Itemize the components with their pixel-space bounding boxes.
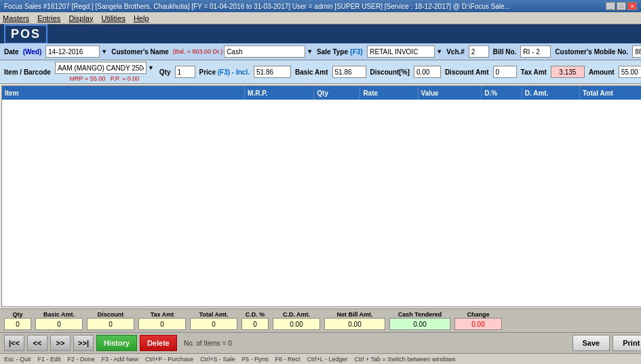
total-qty-field: Qty <box>4 311 31 330</box>
total-qty-input[interactable] <box>4 318 31 330</box>
status-tab: Ctrl + Tab = Switch between windows <box>354 356 455 363</box>
item-barcode-label: Item / Barcode <box>4 68 51 76</box>
customer-name-input[interactable] <box>224 45 305 58</box>
change-label: Change <box>467 311 489 318</box>
tax-amt-label: Tax Amt <box>521 68 547 76</box>
total-discount-label: Discount <box>98 311 124 318</box>
qty-input[interactable] <box>175 66 195 78</box>
mobile-input[interactable] <box>632 45 641 58</box>
menu-masters[interactable]: Masters <box>3 14 29 22</box>
sale-type-dropdown[interactable]: ▼ <box>436 48 442 55</box>
balance-label: (Bal. = 803.00 Dr.) <box>173 48 222 55</box>
menu-help[interactable]: Help <box>134 14 149 22</box>
mobile-label: Customer's Mobile No. <box>555 48 628 56</box>
net-bill-label: Net Bill Amt. <box>336 311 372 318</box>
discount-amt-input[interactable] <box>493 66 517 78</box>
status-quit: Esc - Quit <box>4 356 31 363</box>
customer-dropdown[interactable]: ▼ <box>307 48 313 55</box>
cash-tendered-input[interactable] <box>389 318 450 330</box>
total-tax-field: Tax Amt <box>138 311 186 330</box>
menu-utilities[interactable]: Utilities <box>101 14 125 22</box>
pos-header-strip: POS <box>0 24 641 43</box>
action-row: |<< << >> >>| History Delete No. of Item… <box>0 332 641 353</box>
change-input[interactable] <box>454 318 502 330</box>
title-bar: Focus Sales #161207 [Regd.] [Sangela Bro… <box>0 0 641 12</box>
sale-type-input[interactable] <box>367 45 435 58</box>
net-bill-input[interactable] <box>324 318 385 330</box>
vch-input[interactable] <box>469 45 489 58</box>
tax-amt-input[interactable] <box>551 66 585 78</box>
item-dropdown[interactable]: ▼ <box>148 64 154 71</box>
total-discount-field: Discount <box>87 311 134 330</box>
cd-amt-label: C.D. Amt. <box>283 311 310 318</box>
price-label: Price (F3) - Incl. <box>199 68 250 76</box>
total-amt-label: Total Amt. <box>199 311 229 318</box>
date-input[interactable] <box>45 45 100 58</box>
col-damt: D. Amt. <box>522 86 579 100</box>
col-dpct: D.% <box>482 86 522 100</box>
change-field: Change <box>454 311 502 330</box>
cd-pct-label: C.D. % <box>246 311 265 318</box>
discount-pct-input[interactable] <box>414 66 441 78</box>
status-rect: F6 - Rect <box>275 356 300 363</box>
cd-pct-input[interactable] <box>241 318 269 330</box>
date-label: Date <box>4 48 19 56</box>
last-button[interactable]: >>| <box>73 335 94 351</box>
menu-bar: Masters Entries Display Utilities Help <box>0 12 641 24</box>
item-barcode-input[interactable] <box>55 62 147 74</box>
mrp-label: MRP = 55.00 P.P. = 0.00 <box>70 75 140 82</box>
title-text: Focus Sales #161207 [Regd.] [Sangela Bro… <box>4 3 510 10</box>
prev-button[interactable]: << <box>27 335 47 351</box>
discount-pct-label: Discount[%] <box>370 68 410 76</box>
status-add-new: F3 - Add New <box>102 356 139 363</box>
date-dropdown[interactable]: ▼ <box>101 48 107 55</box>
discount-amt-label: Discount Amt <box>445 68 489 76</box>
amount-input[interactable] <box>619 66 641 78</box>
total-tax-label: Tax Amt <box>151 311 174 318</box>
total-amt-field: Total Amt. <box>190 311 237 330</box>
menu-display[interactable]: Display <box>69 14 93 22</box>
cd-amt-input[interactable] <box>273 318 320 330</box>
col-item: Item <box>2 86 245 100</box>
status-bar: Esc - Quit F1 - Edit F2 - Done F3 - Add … <box>0 353 641 364</box>
col-value: Value <box>418 86 482 100</box>
col-mrp: M.R.P. <box>245 86 314 100</box>
bill-no-input[interactable] <box>520 45 551 58</box>
window-controls: _ □ ✕ <box>606 2 637 10</box>
price-input[interactable] <box>254 66 291 78</box>
status-purchase: Ctrl+P - Purchase <box>145 356 193 363</box>
col-rate: Rate <box>360 86 418 100</box>
delete-button[interactable]: Delete <box>140 335 177 351</box>
history-button[interactable]: History <box>96 335 137 351</box>
basic-amt-input[interactable] <box>332 66 366 78</box>
amount-label: Amount <box>589 68 615 76</box>
left-content: POS Date (Wed) ▼ Customer's Name (Bal. =… <box>0 24 641 364</box>
cd-pct-field: C.D. % <box>241 311 269 330</box>
total-amt-input[interactable] <box>190 318 237 330</box>
total-discount-input[interactable] <box>87 318 134 330</box>
print-button[interactable]: Print <box>613 335 641 351</box>
save-button[interactable]: Save <box>572 335 610 351</box>
close-window-button[interactable]: ✕ <box>627 2 637 10</box>
pos-label: POS <box>4 24 47 44</box>
first-button[interactable]: |<< <box>4 335 24 351</box>
status-pymt: F5 - Pymt <box>242 356 269 363</box>
sale-type-label: Sale Type {F3} <box>317 48 363 56</box>
status-edit: F1 - Edit <box>38 356 61 363</box>
status-sale: Ctrl+S - Sale <box>200 356 235 363</box>
status-ledger: Ctrl+L - Ledger <box>307 356 348 363</box>
total-tax-input[interactable] <box>138 318 186 330</box>
next-button[interactable]: >> <box>50 335 71 351</box>
customer-name-label: Customer's Name <box>111 48 169 56</box>
menu-entries[interactable]: Entries <box>37 14 60 22</box>
total-qty-label: Qty <box>12 311 22 318</box>
total-basic-input[interactable] <box>35 318 83 330</box>
qty-label: Qty <box>159 68 171 76</box>
cash-tendered-label: Cash Tendered <box>398 311 442 318</box>
form-row2: Item / Barcode ▼ MRP = 55.00 P.P. = 0.00… <box>0 60 641 84</box>
form-row1: Date (Wed) ▼ Customer's Name (Bal. = 803… <box>0 43 641 60</box>
basic-amt-label: Basic Amt <box>295 68 328 76</box>
maximize-button[interactable]: □ <box>617 2 626 10</box>
minimize-button[interactable]: _ <box>606 2 615 10</box>
date-container: ▼ <box>45 45 107 58</box>
